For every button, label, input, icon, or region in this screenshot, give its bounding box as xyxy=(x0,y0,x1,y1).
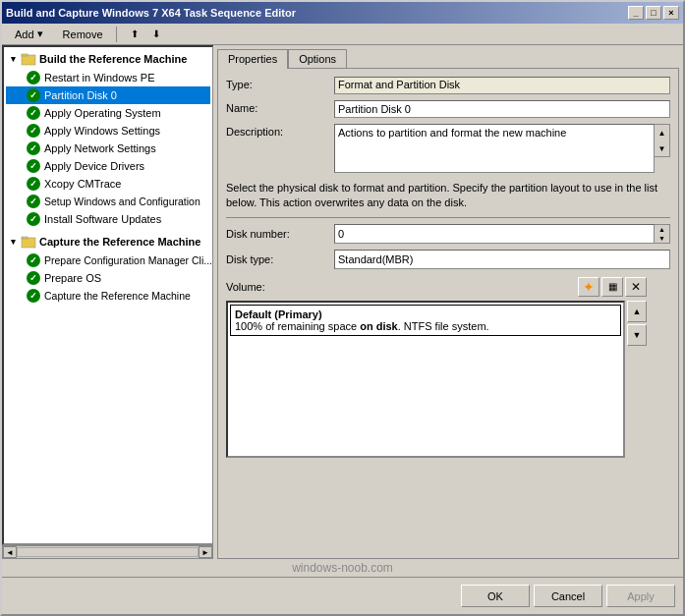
tree-item-label: Prepare Configuration Manager Cli... xyxy=(44,254,212,266)
check-icon: ✓ xyxy=(26,70,41,85)
toolbar-icon-2[interactable]: ⬇ xyxy=(146,25,166,44)
volume-delete-btn[interactable]: ✕ xyxy=(625,277,647,297)
ok-button[interactable]: OK xyxy=(461,585,530,607)
apply-button[interactable]: Apply xyxy=(606,585,675,607)
tree-item-label: Setup Windows and Configuration xyxy=(44,196,200,207)
tab-content: Type: Format and Partition Disk Name: De… xyxy=(217,68,679,559)
volume-add-btn[interactable]: ✦ xyxy=(578,277,599,297)
volume-buttons: ✦ ▦ ✕ xyxy=(578,277,647,297)
disk-type-select[interactable]: Standard(MBR) GPT xyxy=(334,250,670,269)
tree-item-apply-network[interactable]: ✓ Apply Network Settings xyxy=(6,140,210,157)
scroll-right-btn[interactable]: ► xyxy=(199,546,212,558)
volume-section: Volume: ✦ ▦ ✕ Default (Primary) xyxy=(226,277,670,458)
check-icon: ✓ xyxy=(26,270,41,286)
main-window: Build and Capture Windows 7 X64 Task Seq… xyxy=(0,0,685,616)
tree-item-apply-windows[interactable]: ✓ Apply Windows Settings xyxy=(6,122,210,140)
tree-item-capture-ref[interactable]: ✓ Capture the Reference Machine xyxy=(6,287,210,305)
tree-item-label: Partition Disk 0 xyxy=(44,89,117,101)
type-value: Format and Partition Disk xyxy=(334,77,670,94)
tree-item-apply-os[interactable]: ✓ Apply Operating System xyxy=(6,104,210,122)
window-title: Build and Capture Windows 7 X64 Task Seq… xyxy=(6,7,296,19)
check-icon: ✓ xyxy=(26,176,41,192)
check-icon: ✓ xyxy=(26,87,41,103)
disk-number-row: Disk number: ▲ ▼ xyxy=(226,224,670,244)
spinner-up-btn[interactable]: ▲ xyxy=(655,225,669,234)
name-row: Name: xyxy=(226,100,670,118)
tree-item-setup-windows[interactable]: ✓ Setup Windows and Configuration xyxy=(6,193,210,210)
tree-item-prepare-os[interactable]: ✓ Prepare OS xyxy=(6,269,210,287)
description-label: Description: xyxy=(226,124,334,138)
cancel-button[interactable]: Cancel xyxy=(534,585,602,607)
volume-header: Volume: ✦ ▦ ✕ xyxy=(226,277,647,297)
type-label: Type: xyxy=(226,77,334,90)
description-textarea[interactable]: Actions to partition and format the new … xyxy=(334,124,655,173)
volume-edit-btn[interactable]: ▦ xyxy=(601,277,623,297)
svg-rect-2 xyxy=(22,238,35,248)
check-icon: ✓ xyxy=(26,211,41,227)
volume-side-up-btn[interactable]: ▲ xyxy=(627,301,647,322)
tree-item-prepare-cm[interactable]: ✓ Prepare Configuration Manager Cli... xyxy=(6,252,210,269)
remove-menu-button[interactable]: Remove xyxy=(54,26,112,43)
tree-item-xcopy[interactable]: ✓ Xcopy CMTrace xyxy=(6,175,210,193)
tree-item-partition[interactable]: ✓ Partition Disk 0 xyxy=(6,86,210,104)
description-row: Description: Actions to partition and fo… xyxy=(226,124,670,175)
tab-options[interactable]: Options xyxy=(288,49,347,68)
tree-item-label: Restart in Windows PE xyxy=(44,72,154,84)
add-menu-button[interactable]: Add ▾ xyxy=(6,26,52,43)
close-button[interactable]: × xyxy=(663,6,679,20)
volume-item-default[interactable]: Default (Primary) 100% of remaining spac… xyxy=(230,305,621,336)
tree-item-label: Apply Windows Settings xyxy=(44,125,160,137)
check-icon: ✓ xyxy=(26,123,41,139)
volume-item-name: Default (Primary) xyxy=(235,308,616,320)
folder-icon-1 xyxy=(21,51,36,67)
scroll-up-btn[interactable]: ▲ xyxy=(655,125,669,140)
volume-area: Default (Primary) 100% of remaining spac… xyxy=(226,301,647,458)
tree-item-label: Xcopy CMTrace xyxy=(44,178,121,190)
scroll-down-btn[interactable]: ▼ xyxy=(655,140,669,156)
tree-root-1-label: Build the Reference Machine xyxy=(39,53,187,65)
check-icon: ✓ xyxy=(26,140,41,156)
tree-item-label: Apply Operating System xyxy=(44,107,161,119)
tree-item-install-updates[interactable]: ✓ Install Software Updates xyxy=(6,210,210,228)
tree-item-label: Install Software Updates xyxy=(44,213,161,225)
right-panel: Properties Options Type: Format and Part… xyxy=(213,45,683,559)
volume-side-buttons: ▲ ▼ xyxy=(625,301,647,458)
description-scrollbar: ▲ ▼ xyxy=(655,124,670,157)
tree-item-restart[interactable]: ✓ Restart in Windows PE xyxy=(6,69,210,86)
disk-number-input[interactable] xyxy=(334,224,655,244)
tree-root-2-label: Capture the Reference Machine xyxy=(39,236,200,248)
check-icon: ✓ xyxy=(26,158,41,174)
volume-item-desc: 100% of remaining space on disk. NTFS fi… xyxy=(235,320,616,332)
tree-hscrollbar[interactable]: ◄ ► xyxy=(2,545,213,559)
scroll-left-btn[interactable]: ◄ xyxy=(3,546,17,558)
spinner-down-btn[interactable]: ▼ xyxy=(655,234,669,243)
disk-type-label: Disk type: xyxy=(226,253,334,265)
tree-item-label: Prepare OS xyxy=(44,272,101,284)
type-row: Type: Format and Partition Disk xyxy=(226,77,670,94)
description-note: Select the physical disk to format and p… xyxy=(226,181,670,211)
title-bar-buttons: _ □ × xyxy=(628,6,679,20)
menu-bar: Add ▾ Remove ⬆ ⬇ xyxy=(2,24,683,45)
check-icon: ✓ xyxy=(26,288,41,304)
minimize-button[interactable]: _ xyxy=(628,6,644,20)
main-content: ▾ Build the Reference Machine ✓ Restart … xyxy=(2,45,683,559)
svg-rect-3 xyxy=(22,237,28,239)
toolbar-icon-1[interactable]: ⬆ xyxy=(125,25,144,44)
tree-item-apply-drivers[interactable]: ✓ Apply Device Drivers xyxy=(6,157,210,175)
name-input[interactable] xyxy=(334,100,670,118)
tab-properties[interactable]: Properties xyxy=(217,49,288,69)
expand-icon-1: ▾ xyxy=(6,52,20,66)
description-wrapper: Actions to partition and format the new … xyxy=(334,124,655,175)
volume-list: Default (Primary) 100% of remaining spac… xyxy=(226,301,625,458)
menu-separator xyxy=(116,27,117,42)
disk-type-row: Disk type: Standard(MBR) GPT xyxy=(226,250,670,269)
divider xyxy=(226,217,670,218)
check-icon: ✓ xyxy=(26,252,41,268)
tree-root-1[interactable]: ▾ Build the Reference Machine xyxy=(6,49,210,69)
expand-icon-2: ▾ xyxy=(6,235,20,249)
volume-side-down-btn[interactable]: ▼ xyxy=(627,324,647,346)
scroll-thumb xyxy=(17,547,199,557)
tree-root-2[interactable]: ▾ Capture the Reference Machine xyxy=(6,232,210,252)
tree-item-label: Capture the Reference Machine xyxy=(44,290,191,302)
maximize-button[interactable]: □ xyxy=(646,6,661,20)
